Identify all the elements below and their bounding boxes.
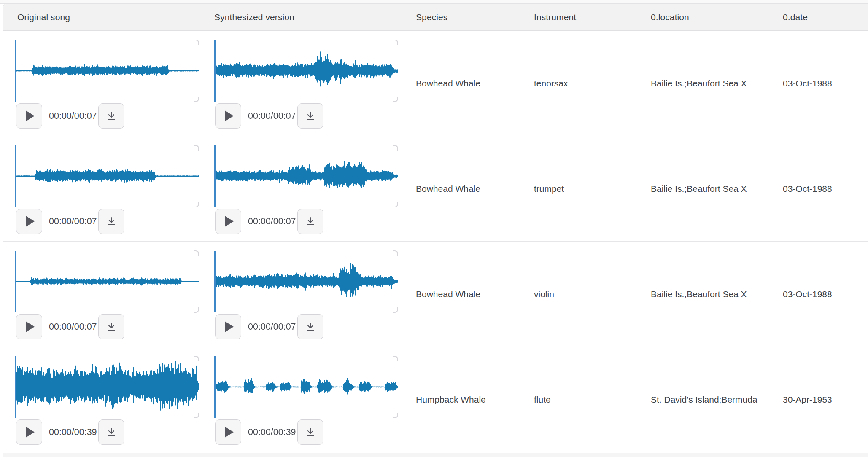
download-button[interactable]: [297, 103, 323, 129]
table-row: 00:00/00:39 00:00/00:39 Humpback Whale f…: [3, 347, 868, 452]
play-button[interactable]: [16, 103, 42, 129]
audio-controls: 00:00/00:07: [211, 209, 415, 234]
waveform-canvas: [15, 251, 199, 312]
waveform[interactable]: [214, 40, 398, 102]
play-icon: [26, 216, 35, 227]
waveform[interactable]: [214, 251, 398, 312]
instrument-cell: flute: [533, 347, 650, 452]
partial-next-row: [3, 453, 868, 457]
playhead-cursor: [214, 251, 216, 312]
time-display: 00:00/00:07: [49, 216, 97, 227]
waveform[interactable]: [15, 251, 199, 312]
date-cell: 03-Oct-1988: [782, 31, 868, 136]
header-instrument[interactable]: Instrument: [533, 4, 650, 30]
waveform-canvas: [15, 145, 199, 207]
synthesized-audio-cell: 00:00/00:07: [211, 136, 415, 241]
waveform[interactable]: [15, 145, 199, 207]
location-cell: Bailie Is.;Beaufort Sea X: [650, 31, 782, 136]
download-button[interactable]: [98, 103, 124, 129]
header-synthesized-version[interactable]: Synthesized version: [211, 4, 415, 30]
synthesized-audio-cell: 00:00/00:07: [211, 242, 415, 347]
playhead-cursor: [214, 40, 216, 102]
play-button[interactable]: [215, 209, 241, 234]
species-cell: Bowhead Whale: [415, 31, 533, 136]
download-button[interactable]: [297, 314, 323, 339]
download-icon: [106, 322, 116, 332]
download-button[interactable]: [98, 419, 124, 445]
corner-mark: [393, 250, 398, 256]
play-button[interactable]: [215, 419, 241, 445]
download-icon: [106, 216, 116, 226]
waveform[interactable]: [214, 145, 398, 207]
header-date[interactable]: 0.date: [782, 4, 868, 30]
species-cell: Bowhead Whale: [415, 242, 533, 347]
table-header-row: Original song Synthesized version Specie…: [3, 4, 868, 31]
download-icon: [305, 427, 315, 437]
location-cell: Bailie Is.;Beaufort Sea X: [650, 242, 782, 347]
play-icon: [26, 427, 35, 438]
original-audio-cell: 00:00/00:07: [12, 242, 211, 347]
original-audio-cell: 00:00/00:07: [12, 31, 211, 136]
download-icon: [305, 322, 315, 332]
waveform-canvas: [15, 356, 199, 418]
time-display: 00:00/00:07: [248, 216, 296, 227]
waveform[interactable]: [214, 356, 398, 418]
audio-dataframe: Original song Synthesized version Specie…: [3, 4, 868, 457]
play-button[interactable]: [215, 314, 241, 339]
corner-mark: [194, 145, 199, 151]
audio-controls: 00:00/00:07: [211, 103, 415, 129]
time-display: 00:00/00:07: [49, 322, 97, 332]
audio-controls: 00:00/00:39: [211, 419, 415, 445]
download-icon: [305, 111, 315, 121]
date-cell: 03-Oct-1988: [782, 136, 868, 241]
waveform-canvas: [214, 145, 398, 207]
play-button[interactable]: [16, 314, 42, 339]
instrument-cell: violin: [533, 242, 650, 347]
play-button[interactable]: [16, 209, 42, 234]
play-icon: [26, 110, 35, 121]
audio-controls: 00:00/00:07: [12, 314, 211, 339]
playhead-cursor: [15, 251, 16, 312]
play-button[interactable]: [215, 103, 241, 129]
corner-mark: [393, 145, 398, 151]
waveform[interactable]: [15, 356, 199, 418]
time-display: 00:00/00:07: [49, 111, 97, 121]
playhead-cursor: [15, 145, 16, 207]
download-icon: [106, 111, 116, 121]
download-button[interactable]: [98, 209, 124, 234]
header-species[interactable]: Species: [415, 4, 533, 30]
play-icon: [26, 321, 35, 332]
species-cell: Bowhead Whale: [415, 136, 533, 241]
instrument-cell: tenorsax: [533, 31, 650, 136]
download-button[interactable]: [297, 209, 323, 234]
play-button[interactable]: [16, 419, 42, 445]
time-display: 00:00/00:39: [49, 427, 97, 438]
table-row: 00:00/00:07 00:00/00:07 Bowhead Whale tr…: [3, 136, 868, 242]
corner-mark: [194, 40, 199, 45]
playhead-cursor: [15, 40, 16, 102]
corner-mark: [194, 356, 199, 361]
audio-controls: 00:00/00:39: [12, 419, 211, 445]
audio-controls: 00:00/00:07: [12, 103, 211, 129]
time-display: 00:00/00:39: [248, 427, 296, 438]
top-strip: [0, 0, 868, 4]
location-cell: Bailie Is.;Beaufort Sea X: [650, 136, 782, 241]
species-cell: Humpback Whale: [415, 347, 533, 452]
download-button[interactable]: [297, 419, 323, 445]
header-location[interactable]: 0.location: [650, 4, 782, 30]
original-audio-cell: 00:00/00:07: [12, 136, 211, 241]
synthesized-audio-cell: 00:00/00:39: [211, 347, 415, 452]
waveform-canvas: [214, 40, 398, 102]
download-icon: [305, 216, 315, 226]
playhead-cursor: [214, 145, 216, 207]
waveform[interactable]: [15, 40, 199, 102]
original-audio-cell: 00:00/00:39: [12, 347, 211, 452]
download-button[interactable]: [98, 314, 124, 339]
instrument-cell: trumpet: [533, 136, 650, 241]
play-icon: [225, 216, 234, 227]
play-icon: [225, 321, 234, 332]
audio-controls: 00:00/00:07: [12, 209, 211, 234]
audio-controls: 00:00/00:07: [211, 314, 415, 339]
play-icon: [225, 427, 234, 438]
header-original-song[interactable]: Original song: [12, 4, 211, 30]
